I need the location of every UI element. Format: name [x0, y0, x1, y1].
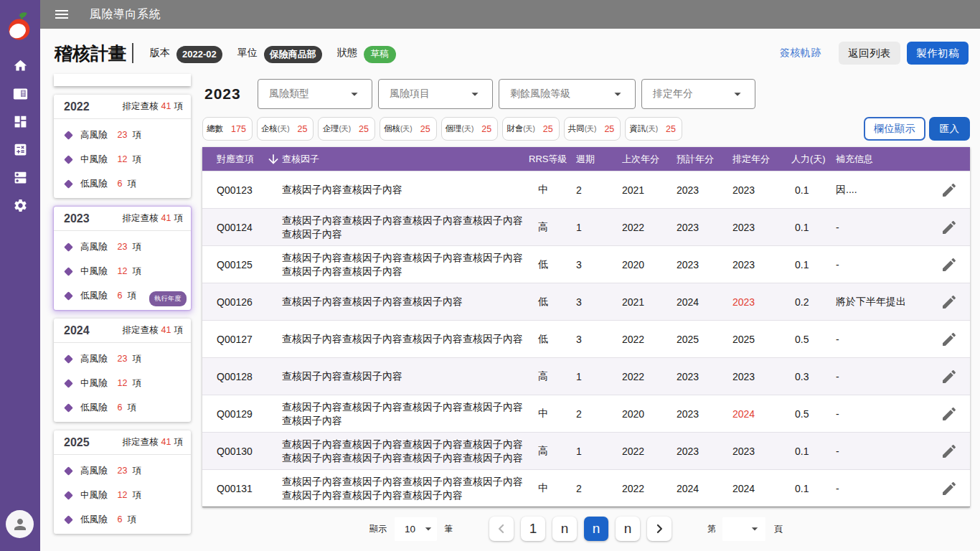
menu-button[interactable] — [53, 6, 70, 23]
filter-select-2[interactable]: 剩餘風險等級 — [499, 79, 636, 109]
stat-label: 個理 — [446, 123, 462, 134]
sign-trail-link[interactable]: 簽核軌跡 — [780, 47, 821, 60]
risk-label: 高風險 — [80, 129, 108, 141]
edit-row-icon[interactable] — [941, 480, 958, 497]
table-header: 對應查項 查核因子 RRS等級 週期 上次年分 預計年分 排定年分 人力(天) … — [202, 147, 970, 171]
rows-unit-label: 筆 — [444, 512, 453, 546]
prev-page-button[interactable] — [489, 517, 514, 541]
cell-cycle: 2 — [576, 483, 622, 494]
stat-chip: 總數 175 — [202, 117, 253, 141]
edit-row-icon[interactable] — [941, 293, 958, 311]
table-row[interactable]: Q00129 查核因子內容查核因子內容查核因子內容查核因子內容查核因子內容 中 … — [202, 395, 970, 432]
year-card-2022[interactable]: 2022 排定查核41項 高風險 23 項 中風險 12 項 低風險 6 項 — [54, 95, 191, 198]
page-button-active[interactable]: n — [584, 517, 608, 541]
year-card-header: 2025 排定查核41項 — [54, 430, 191, 455]
page-button[interactable]: n — [616, 517, 640, 541]
cell-effort: 0.5 — [791, 334, 836, 345]
diamond-bullet-icon — [64, 291, 73, 301]
table-row[interactable]: Q00124 查核因子內容查核因子內容查核因子內容查核因子內容查核因子內容 高 … — [202, 208, 970, 245]
selected-year-title: 2023 — [202, 85, 258, 103]
sidebar-nav-settings[interactable] — [13, 198, 28, 213]
cell-last-year: 2022 — [622, 334, 677, 345]
sidebar-nav-calculator[interactable] — [13, 142, 28, 157]
diamond-bullet-icon — [64, 155, 73, 164]
year-card-2024[interactable]: 2024 排定查核41項 高風險 23 項 中風險 12 項 低風險 6 項 — [54, 319, 191, 422]
caret-down-icon — [610, 86, 626, 102]
cell-factor: 查核因子內容查核因子內容查核因子內容查核因子內容 — [265, 332, 529, 346]
back-to-list-button[interactable]: 返回列表 — [839, 42, 900, 65]
risk-unit: 項 — [127, 514, 136, 526]
stat-label: 總數 — [207, 123, 223, 134]
filter-select-1[interactable]: 風險項目 — [378, 79, 493, 109]
table-row[interactable]: Q00131 查核因子內容查核因子內容查核因子內容查核因子內容查核因子內容查核因… — [202, 469, 970, 507]
year-card-2025[interactable]: 2025 排定查核41項 高風險 23 項 中風險 12 項 低風險 6 項 — [54, 430, 191, 534]
app-logo[interactable] — [7, 9, 33, 41]
cell-cycle: 1 — [576, 446, 622, 457]
table-row[interactable]: Q00127 查核因子內容查核因子內容查核因子內容查核因子內容 低 3 2022… — [202, 320, 970, 357]
risk-count: 23 — [118, 466, 128, 476]
sidebar-nav-dns[interactable] — [13, 170, 28, 185]
cell-rrs: 低 — [529, 258, 576, 271]
edit-row-icon[interactable] — [941, 256, 958, 273]
edit-row-icon[interactable] — [941, 219, 958, 236]
stat-value: 25 — [481, 124, 491, 134]
cell-expected-year: 2023 — [677, 184, 732, 196]
cell-note: - — [836, 408, 928, 420]
table-row[interactable]: Q00130 查核因子內容查核因子內容查核因子內容查核因子內容查核因子內容查核因… — [202, 432, 970, 469]
filter-select-0[interactable]: 風險類型 — [258, 79, 372, 109]
edit-row-icon[interactable] — [941, 182, 958, 199]
table-row[interactable]: Q00125 查核因子內容查核因子內容查核因子內容查核因子內容查核因子內容查核因… — [202, 245, 970, 283]
cell-id: Q00128 — [202, 371, 265, 382]
risk-label: 低風險 — [80, 290, 108, 302]
make-draft-button[interactable]: 製作初稿 — [907, 42, 969, 65]
cell-id: Q00130 — [202, 446, 265, 457]
col-header-factor[interactable]: 查核因子 — [265, 151, 529, 167]
stats-row: 總數 175 企核(天) 25 企理(天) 25 個核(天) 25 個理(天) … — [202, 117, 970, 141]
cell-expected-year: 2023 — [677, 222, 732, 233]
user-avatar[interactable] — [6, 510, 34, 538]
year-card-header: 2024 排定查核41項 — [54, 319, 191, 343]
risk-count: 12 — [118, 266, 128, 276]
cell-last-year: 2022 — [622, 222, 677, 233]
cell-rrs: 低 — [529, 333, 576, 346]
table-row[interactable]: Q00128 查核因子內容查核因子內容 高 1 2022 2023 2023 0… — [202, 357, 970, 395]
cell-last-year: 2021 — [622, 296, 677, 308]
next-page-button[interactable] — [647, 517, 672, 541]
import-button[interactable]: 匯入 — [929, 117, 970, 141]
table-row[interactable]: Q00123 查核因子內容查核因子內容 中 2 2021 2023 2023 0… — [202, 171, 970, 208]
risk-count: 23 — [118, 130, 128, 140]
pagination: 顯示 10 筆 1 n n n 第 頁 — [202, 512, 970, 546]
page-button[interactable]: 1 — [521, 517, 545, 541]
risk-unit: 項 — [127, 178, 136, 190]
risk-count: 12 — [118, 490, 128, 500]
edit-row-icon[interactable] — [941, 405, 958, 423]
goto-page-select[interactable] — [722, 517, 765, 541]
year-card-2023[interactable]: 2023 排定查核41項 高風險 23 項 中風險 12 項 低風險 6 項 — [54, 207, 191, 310]
edit-row-icon[interactable] — [941, 368, 958, 385]
cell-id: Q00123 — [202, 184, 265, 196]
year-card-body: 高風險 23 項 中風險 12 項 低風險 6 項 — [64, 119, 183, 196]
sort-desc-icon[interactable] — [265, 151, 281, 167]
page-button[interactable]: n — [552, 517, 577, 541]
cell-factor: 查核因子內容查核因子內容 — [265, 183, 529, 197]
stat-value: 175 — [231, 124, 246, 134]
col-header: RRS等級 — [529, 153, 576, 166]
sidebar-nav-dashboard[interactable] — [13, 114, 28, 129]
column-display-button[interactable]: 欄位顯示 — [864, 117, 925, 141]
risk-unit: 項 — [132, 154, 141, 166]
edit-row-icon[interactable] — [941, 331, 958, 348]
page-size-select[interactable]: 10 — [395, 517, 437, 541]
sidebar-nav-reader[interactable] — [13, 86, 28, 101]
year-card-body: 高風險 23 項 中風險 12 項 低風險 6 項 — [64, 455, 183, 532]
table-row[interactable]: Q00126 查核因子內容查核因子內容查核因子內容 低 3 2021 2024 … — [202, 283, 970, 320]
cell-note: - — [836, 259, 928, 270]
cell-id: Q00127 — [202, 334, 265, 345]
filter-select-3[interactable]: 排定年分 — [641, 79, 755, 109]
sidebar-nav-home[interactable] — [13, 58, 28, 73]
col-header: 對應查項 — [202, 153, 265, 166]
app-root: 風險導向系統 稽核計畫 版本 2022-02 單位 保險商品部 狀態 草稿 簽核… — [0, 0, 980, 551]
partial-year-card — [54, 74, 191, 86]
sidebar — [0, 0, 40, 551]
edit-row-icon[interactable] — [941, 443, 958, 460]
cell-last-year: 2020 — [622, 408, 677, 420]
